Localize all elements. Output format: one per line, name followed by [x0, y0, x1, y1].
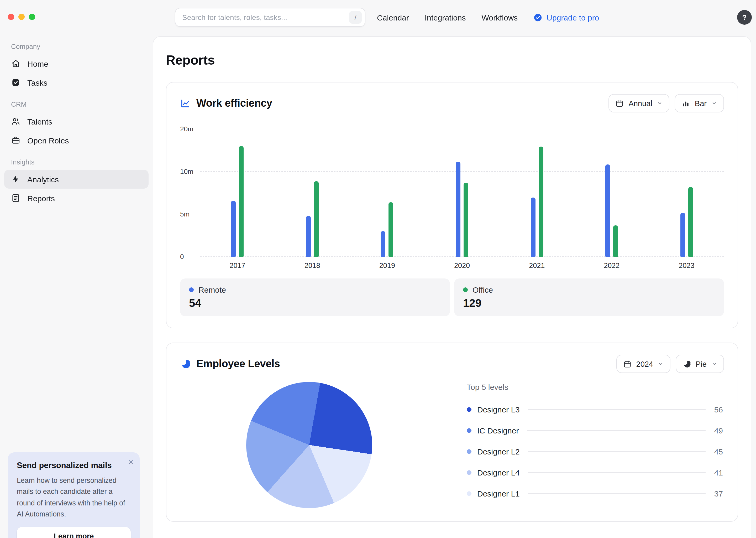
x-axis-label: 2017 [200, 262, 275, 270]
minimize-window-button[interactable] [19, 14, 25, 20]
promo-card: × Send personalized mails Learn how to s… [8, 452, 140, 538]
tasks-icon [11, 78, 21, 87]
chart-column [275, 124, 350, 257]
employee-levels-filters: 2024 Pie [616, 355, 724, 373]
bar-office [389, 202, 394, 257]
employee-levels-card: Employee Levels 2024 Pie [166, 343, 738, 522]
sidebar-item-tasks[interactable]: Tasks [4, 73, 149, 92]
pie-chart [246, 382, 372, 508]
sidebar-item-open-roles[interactable]: Open Roles [4, 131, 149, 150]
nav-item-integrations[interactable]: Integrations [425, 13, 466, 22]
chart-column [499, 124, 574, 257]
chevron-down-icon [658, 361, 664, 367]
sidebar-item-label: Open Roles [27, 136, 69, 145]
zoom-window-button[interactable] [29, 14, 35, 20]
bar-remote [306, 216, 311, 257]
open-roles-icon [11, 135, 21, 145]
bar-remote [531, 197, 535, 257]
top-nav: CalendarIntegrationsWorkflows Upgrade to… [377, 0, 599, 35]
summary-office-value: 129 [463, 297, 715, 309]
pie-type-select[interactable]: Pie [676, 355, 724, 373]
learn-more-button[interactable]: Learn more [17, 527, 131, 538]
sidebar-item-talents[interactable]: Talents [4, 112, 149, 131]
x-axis-label: 2019 [350, 262, 424, 270]
bar-office [539, 146, 543, 257]
check-circle-icon [533, 13, 542, 22]
bar-office [613, 225, 618, 257]
sidebar-section-label: CRM [11, 100, 142, 108]
close-window-button[interactable] [8, 14, 14, 20]
page-title: Reports [166, 37, 738, 68]
bar-office [239, 146, 244, 257]
levels-list: Top 5 levels Designer L356IC Designer49D… [467, 383, 723, 504]
level-dot-icon [467, 470, 471, 475]
app-root: / CalendarIntegrationsWorkflows Upgrade … [0, 0, 756, 538]
bar-office [464, 183, 468, 257]
work-efficiency-card: Work efficiency Annual Bar 05m10m20m 201… [166, 82, 738, 328]
bar-remote [381, 232, 386, 257]
level-row: IC Designer49 [467, 420, 723, 441]
line-chart-icon [180, 98, 191, 108]
promo-title: Send personalized mails [17, 461, 131, 470]
level-label: IC Designer [477, 426, 519, 435]
work-efficiency-header: Work efficiency Annual Bar [180, 94, 724, 112]
chart-type-select[interactable]: Bar [675, 94, 724, 112]
summary-office: Office 129 [454, 279, 724, 316]
level-label: Designer L4 [477, 468, 520, 477]
calendar-icon [623, 360, 632, 368]
home-icon [11, 59, 21, 68]
upgrade-label: Upgrade to pro [546, 13, 599, 22]
nav-item-calendar[interactable]: Calendar [377, 13, 409, 22]
year-select[interactable]: 2024 [616, 355, 671, 373]
chart-type-select-label: Bar [695, 99, 707, 107]
reports-icon [11, 193, 21, 203]
analytics-icon [11, 175, 21, 184]
level-line [528, 472, 706, 473]
level-line [527, 430, 706, 431]
nav-links: CalendarIntegrationsWorkflows [377, 13, 518, 22]
sidebar-item-home[interactable]: Home [4, 54, 149, 73]
x-axis-label: 2021 [499, 262, 574, 270]
bar-group [381, 202, 394, 257]
sidebar-nav: CompanyHomeTasksCRMTalentsOpen RolesInsi… [4, 42, 149, 207]
bar-office [314, 181, 319, 257]
sidebar-item-reports[interactable]: Reports [4, 188, 149, 207]
work-efficiency-title: Work efficiency [196, 97, 272, 109]
chevron-down-icon [657, 100, 663, 106]
bar-remote [605, 164, 610, 257]
x-axis-labels: 2017201820192020202120222023 [200, 262, 724, 270]
employee-levels-header: Employee Levels 2024 Pie [180, 355, 724, 373]
level-dot-icon [467, 491, 471, 496]
nav-item-workflows[interactable]: Workflows [482, 13, 518, 22]
bar-remote [681, 213, 685, 257]
search-input[interactable] [182, 13, 349, 22]
level-value: 41 [714, 468, 723, 477]
chevron-down-icon [711, 361, 717, 367]
talents-icon [11, 117, 21, 126]
y-axis-tick: 5m [180, 210, 197, 219]
period-select[interactable]: Annual [609, 94, 670, 112]
chart-column [200, 124, 275, 257]
levels-rows: Designer L356IC Designer49Designer L245D… [467, 399, 723, 504]
bar-group [231, 146, 244, 257]
level-row: Designer L137 [467, 483, 723, 504]
summary-remote: Remote 54 [180, 279, 450, 316]
summary-office-header: Office [463, 285, 715, 294]
level-line [528, 409, 706, 409]
chart-column [350, 124, 424, 257]
summary-remote-header: Remote [189, 285, 441, 294]
main-panel: Reports Work efficiency Annual Bar [153, 36, 751, 538]
level-row: Designer L245 [467, 441, 723, 462]
close-icon[interactable]: × [128, 457, 133, 467]
chart-column [574, 124, 649, 257]
x-axis-label: 2018 [275, 262, 350, 270]
chart-column [424, 124, 499, 257]
sidebar-item-analytics[interactable]: Analytics [4, 170, 149, 188]
chart-plot [200, 124, 724, 257]
help-button[interactable]: ? [737, 10, 752, 25]
search-bar[interactable]: / [175, 8, 365, 27]
level-label: Designer L3 [477, 405, 520, 414]
summary-remote-value: 54 [189, 297, 441, 309]
sidebar-section-label: Company [11, 42, 142, 50]
upgrade-to-pro-link[interactable]: Upgrade to pro [533, 13, 599, 22]
